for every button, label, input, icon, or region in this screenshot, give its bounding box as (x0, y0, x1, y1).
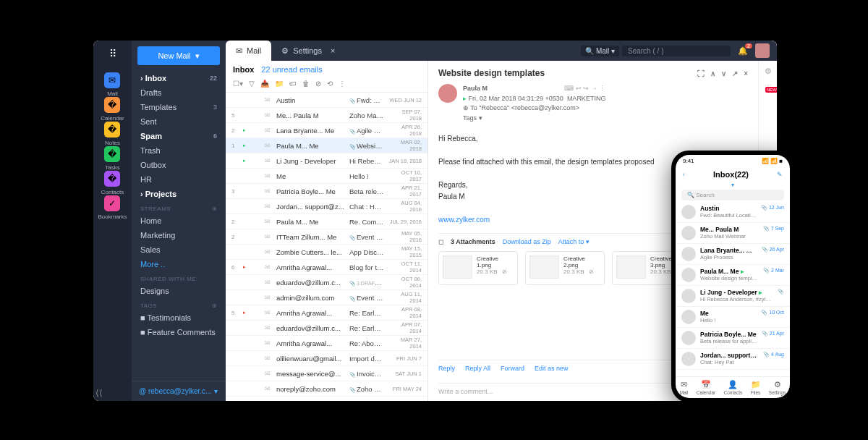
forward-button[interactable]: Forward (501, 365, 524, 372)
phone-email-row[interactable]: Lana Bryante... Me ▸Agile Process📎 26 Ap… (676, 244, 790, 265)
phone-email-row[interactable]: Li Jung - Developer ▸Hi Rebecca Anderson… (676, 286, 790, 307)
attach-checkbox[interactable]: ◻ (438, 238, 443, 245)
next-icon[interactable]: ∨ (721, 69, 726, 77)
search-input[interactable]: Search ( / ) (622, 46, 731, 56)
streams-item[interactable]: Marketing (132, 228, 226, 242)
folder-projects[interactable]: › Projects (132, 187, 226, 201)
phone-search[interactable]: 🔍 Search (681, 190, 784, 200)
phone-email-row[interactable]: Paula M... Me ▸Website design templates📎… (676, 265, 790, 286)
streams-item[interactable]: More .. (132, 257, 226, 271)
close-reader-icon[interactable]: × (744, 69, 748, 77)
email-row[interactable]: ✉ Zombie Cutters... le... App Discounts … (226, 245, 427, 260)
folder-hr[interactable]: HR (132, 172, 226, 187)
select-all-checkbox[interactable]: ☐▾ (233, 80, 243, 88)
email-row[interactable]: ✉ admin@zillum.com Event Updated - Cur..… (226, 290, 427, 305)
email-row[interactable]: ✉ eduardov@zillum.c... Re: Early access … (226, 321, 427, 336)
phone-tab-files[interactable]: 📁Files (751, 380, 761, 395)
email-row[interactable]: 2 ✉ ITTeam Zillum... Me Event Invitation… (226, 229, 427, 245)
user-avatar[interactable] (755, 43, 770, 58)
email-row[interactable]: ✉ Amritha Agrawal... Re: About the demo … (226, 336, 427, 351)
prev-icon[interactable]: ∧ (710, 69, 715, 77)
phone-email-row[interactable]: Me Hello !📎 10 Oct (676, 307, 790, 328)
phone-tab-mail[interactable]: ✉Mail (680, 380, 689, 395)
email-row[interactable]: ✉ Me Hello ! OCT 10, 2017 (226, 169, 427, 184)
more-icon[interactable]: ⋮ (339, 80, 346, 88)
iconbar-tasks[interactable]: �Tasks (98, 146, 127, 171)
download-zip-link[interactable]: Download as Zip (503, 238, 551, 245)
folder-sent[interactable]: Sent (132, 114, 226, 129)
shared-item[interactable]: Designs (132, 284, 226, 298)
new-mail-button[interactable]: New Mail▾ (137, 46, 220, 65)
email-row[interactable]: ✉ message-service@... Invoice from Invoi… (226, 366, 427, 381)
app-launcher-icon[interactable]: ⠿ (109, 48, 116, 59)
iconbar-calendar[interactable]: �Calendar (98, 97, 127, 122)
refresh-icon[interactable]: ⟲ (327, 80, 333, 88)
more-actions-icon[interactable]: ⋮ (599, 85, 605, 92)
iconbar-notes[interactable]: �Notes (98, 122, 127, 146)
email-row[interactable]: 5 ✉ Me... Paula M Zoho Mail Webinar SEP … (226, 108, 427, 123)
forward-icon[interactable]: → (591, 85, 597, 92)
gear-icon[interactable]: ⚙ (765, 67, 772, 76)
folder-outbox[interactable]: Outbox (132, 158, 226, 172)
tag-icon[interactable]: 🏷 (289, 80, 297, 88)
tags-item[interactable]: ■ Testimonials (132, 310, 226, 325)
tab-settings[interactable]: ⚙ Settings × (271, 41, 345, 61)
phone-tab-settings[interactable]: ⚙Settings (769, 380, 786, 395)
edit-as-new-button[interactable]: Edit as new (535, 365, 569, 372)
folder-inbox[interactable]: › Inbox22 (132, 71, 226, 85)
unread-count[interactable]: 22 unread emails (261, 65, 322, 74)
block-icon[interactable]: ⊘ (315, 80, 321, 88)
email-row[interactable]: 1 ▸ ✉ Paula M... Me Website design temp.… (226, 138, 427, 153)
current-user[interactable]: @ rebecca@zylker.c...▾ (132, 381, 226, 401)
folder-spam[interactable]: Spam6 (132, 129, 226, 143)
smart-compose-icon[interactable]: ⌨ (564, 85, 574, 92)
phone-mockup: 9:41📶 📶 ■ ‹ Inbox(22) ✎ ▾ 🔍 Search Austi… (671, 151, 794, 402)
email-row[interactable]: 3 ✉ Patricia Boyle... Me Beta release of… (226, 184, 427, 199)
phone-back-icon[interactable]: ‹ (683, 171, 685, 178)
attach-to-link[interactable]: Attach to ▾ (558, 238, 590, 245)
iconbar-mail[interactable]: ✉Mail (98, 72, 127, 97)
tags-item[interactable]: ■ Feature Comments (132, 325, 226, 339)
email-row[interactable]: 2 ▸ ✉ Lana Bryante... Me Agile Process A… (226, 123, 427, 138)
expand-icon[interactable]: ⛶ (697, 69, 705, 77)
phone-tab-contacts[interactable]: 👤Contacts (724, 380, 743, 395)
folder-drafts[interactable]: Drafts (132, 85, 226, 100)
notifications-icon[interactable]: 🔔2 (738, 46, 748, 56)
phone-email-row[interactable]: Patricia Boyle... Me Beta release for ap… (676, 328, 790, 349)
folder-icon[interactable]: 📁 (275, 80, 284, 88)
email-row[interactable]: ✉ Jordan... support@z... Chat : Hey Pat,… (226, 199, 427, 214)
email-row[interactable]: ✉ noreply@zoho.com Zoho MAIL :: Mail For… (226, 381, 427, 397)
reply-icon[interactable]: ↩ (576, 85, 582, 92)
search-scope[interactable]: 🔍 Mail ▾ (581, 46, 619, 56)
email-row[interactable]: 2 ✉ Paula M... Me Re. Comparison -... JU… (226, 214, 427, 229)
close-icon[interactable]: × (331, 46, 335, 55)
phone-email-row[interactable]: Austin Fwd: Beautiful Locations📎 12 Jun (676, 202, 790, 223)
delete-icon[interactable]: 🗑 (302, 80, 310, 88)
streams-item[interactable]: Home (132, 213, 226, 228)
iconbar-bookmarks[interactable]: ✓Bookmarks (98, 195, 127, 220)
email-row[interactable]: ✉ olilienwuaru@gmail... Import demand FR… (226, 351, 427, 366)
archive-icon[interactable]: 📥 (260, 80, 269, 88)
reply-button[interactable]: Reply (438, 365, 455, 372)
email-row[interactable]: ▸ ✉ Li Jung - Developer Hi Rebecca Ander… (226, 153, 427, 169)
email-row[interactable]: ✉ Austin Fwd: Beautiful locati... WED JU… (226, 93, 427, 108)
folder-templates[interactable]: Templates3 (132, 100, 226, 114)
reply-all-button[interactable]: Reply All (465, 365, 490, 372)
attachment-card[interactable]: Creative 2.png20.3 KB ⊘ (525, 251, 605, 285)
phone-compose-icon[interactable]: ✎ (777, 171, 783, 178)
phone-tab-calendar[interactable]: 📅Calendar (697, 380, 715, 395)
reply-all-icon[interactable]: ↪ (583, 85, 589, 92)
popout-icon[interactable]: ↗ (732, 69, 738, 77)
email-row[interactable]: 5 ▸ ✉ Amritha Agrawal... Re: Early acces… (226, 305, 427, 321)
phone-email-row[interactable]: Me... Paula M Zoho Mail Webinar📎 7 Sep (676, 223, 790, 244)
email-row[interactable]: 6 ▸ ✉ Amritha Agrawal... Blog for the Be… (226, 260, 427, 275)
streams-item[interactable]: Sales (132, 242, 226, 257)
attachment-card[interactable]: Creative 1.png20.3 KB ⊘ (438, 251, 518, 285)
phone-email-row[interactable]: Jordan... support@zylker Chat: Hey Pat📎 … (676, 349, 790, 370)
tab-mail[interactable]: ✉ Mail (226, 41, 271, 61)
collapse-sidebar-icon[interactable]: ⟨⟨ (95, 388, 103, 398)
iconbar-contacts[interactable]: �Contacts (98, 171, 127, 195)
email-row[interactable]: ✉ eduardov@zillum.c... 3 DRAFT Some snap… (226, 275, 427, 290)
folder-trash[interactable]: Trash (132, 143, 226, 158)
filter-icon[interactable]: ▽ (249, 80, 255, 88)
